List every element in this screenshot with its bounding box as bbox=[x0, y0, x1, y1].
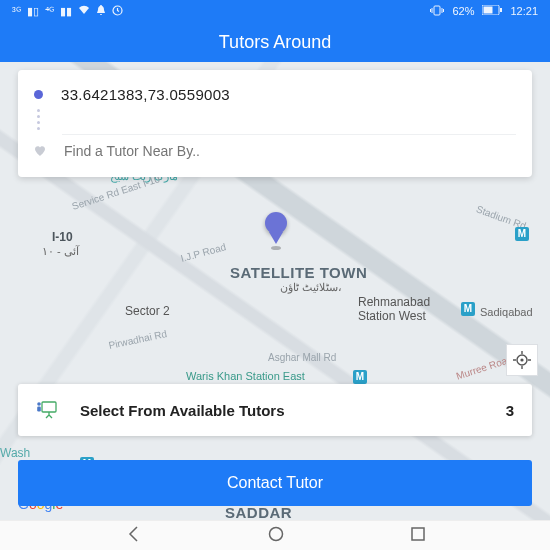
map-label: SADDAR bbox=[225, 504, 292, 520]
metro-icon: M bbox=[353, 370, 367, 384]
nav-recent-icon[interactable] bbox=[410, 526, 426, 546]
clock-time: 12:21 bbox=[510, 5, 538, 17]
svg-point-10 bbox=[270, 527, 283, 540]
current-coordinates[interactable]: 33.6421383,73.0559003 bbox=[61, 86, 230, 103]
map-label: Sector 2 bbox=[125, 304, 170, 318]
battery-icon bbox=[482, 5, 502, 17]
contact-tutor-label: Contact Tutor bbox=[227, 474, 323, 492]
network-3g-icon: ³ᴳ bbox=[12, 5, 21, 18]
app-header: Tutors Around bbox=[0, 22, 550, 62]
page-title: Tutors Around bbox=[219, 32, 331, 53]
map-label: Wash bbox=[0, 446, 30, 460]
svg-rect-9 bbox=[37, 407, 41, 412]
svg-point-8 bbox=[37, 402, 41, 406]
wifi-icon bbox=[78, 5, 90, 17]
svg-point-6 bbox=[520, 358, 523, 361]
available-tutors-label: Select From Available Tutors bbox=[80, 402, 506, 419]
network-4g-icon: ⁴ᴳ bbox=[45, 5, 54, 18]
map-pin-icon bbox=[265, 212, 287, 250]
map-label: Sadiqabad bbox=[480, 306, 533, 318]
origin-dot-icon bbox=[34, 90, 43, 99]
metro-icon: M bbox=[461, 302, 475, 316]
battery-percent: 62% bbox=[452, 5, 474, 17]
available-tutors-count: 3 bbox=[506, 402, 514, 419]
svg-rect-11 bbox=[412, 528, 424, 540]
route-dots-icon bbox=[34, 109, 43, 130]
bell-icon bbox=[96, 5, 106, 18]
map-viewport[interactable]: مارک ریٹ شیخ Service Rd East I-10 I-10 آ… bbox=[0, 62, 550, 520]
map-label: I-10 bbox=[52, 230, 73, 244]
svg-rect-1 bbox=[434, 6, 440, 15]
map-label: SATELLITE TOWN bbox=[230, 264, 367, 281]
metro-icon: M bbox=[515, 227, 529, 241]
map-label: Asghar Mall Rd bbox=[268, 352, 336, 363]
available-tutors-card[interactable]: Select From Available Tutors 3 bbox=[18, 384, 532, 436]
my-location-button[interactable] bbox=[506, 344, 538, 376]
map-label: آئی - ۱۰ bbox=[42, 245, 79, 258]
system-nav-bar bbox=[0, 520, 550, 550]
contact-tutor-button[interactable]: Contact Tutor bbox=[18, 460, 532, 506]
tutor-search-input[interactable] bbox=[64, 143, 516, 159]
svg-rect-4 bbox=[500, 8, 502, 12]
presentation-icon bbox=[36, 400, 58, 420]
map-label: سٹلائیٹ ٹاؤن، bbox=[280, 281, 342, 294]
svg-rect-7 bbox=[42, 402, 56, 412]
svg-rect-3 bbox=[484, 7, 493, 14]
vibrate-icon bbox=[430, 5, 444, 18]
location-search-card: 33.6421383,73.0559003 bbox=[18, 70, 532, 177]
signal-icon: ▮▮ bbox=[60, 5, 72, 18]
status-bar: ³ᴳ▮▯ ⁴ᴳ▮▮ 62% 12:21 bbox=[0, 0, 550, 22]
clock-icon bbox=[112, 5, 123, 18]
nav-home-icon[interactable] bbox=[267, 525, 285, 547]
map-label: Waris Khan Station East bbox=[186, 370, 305, 382]
destination-heart-icon bbox=[34, 145, 46, 157]
nav-back-icon[interactable] bbox=[125, 525, 143, 547]
map-label: Rehmanabad Station West bbox=[358, 295, 430, 323]
signal-icon: ▮▯ bbox=[27, 5, 39, 18]
